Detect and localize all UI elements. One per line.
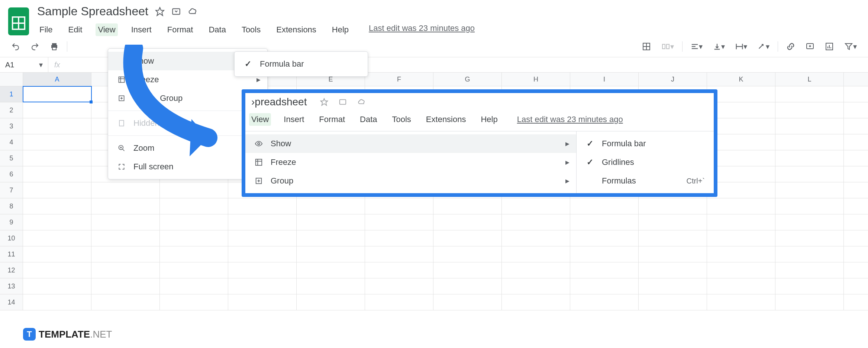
cell[interactable] xyxy=(365,246,433,262)
redo-icon[interactable] xyxy=(27,40,43,53)
cell[interactable] xyxy=(228,230,297,246)
row-header[interactable]: 7 xyxy=(0,182,23,198)
star-icon[interactable] xyxy=(320,98,328,106)
cell[interactable] xyxy=(775,278,844,294)
row-header[interactable]: 10 xyxy=(0,230,23,246)
cell[interactable] xyxy=(297,294,365,310)
cell[interactable] xyxy=(570,262,639,278)
col-header[interactable]: L xyxy=(775,73,844,86)
cell[interactable] xyxy=(228,214,297,230)
cell[interactable] xyxy=(297,278,365,294)
select-all-corner[interactable] xyxy=(0,73,23,86)
cell[interactable] xyxy=(775,150,844,166)
cell[interactable] xyxy=(91,198,160,214)
cell[interactable] xyxy=(23,246,91,262)
inner-show[interactable]: Show ▶ xyxy=(245,134,576,153)
inner-menu-help[interactable]: Help xyxy=(478,113,500,126)
row-header[interactable]: 5 xyxy=(0,150,23,166)
cell[interactable] xyxy=(775,102,844,118)
cell[interactable] xyxy=(297,246,365,262)
cell[interactable] xyxy=(639,278,707,294)
cell[interactable] xyxy=(228,294,297,310)
cell[interactable] xyxy=(23,230,91,246)
row-header[interactable]: 2 xyxy=(0,102,23,118)
cell[interactable] xyxy=(228,278,297,294)
cell[interactable] xyxy=(433,230,502,246)
cell[interactable] xyxy=(707,214,775,230)
halign-icon[interactable]: ▾ xyxy=(687,40,706,53)
doc-title[interactable]: Sample Spreadsheet xyxy=(37,4,148,18)
inner-formulas[interactable]: Formulas Ctrl+` xyxy=(577,172,714,190)
link-icon[interactable] xyxy=(783,40,799,53)
row-header[interactable]: 14 xyxy=(0,294,23,310)
cell[interactable] xyxy=(23,262,91,278)
cell[interactable] xyxy=(707,246,775,262)
menu-view[interactable]: View xyxy=(96,23,117,36)
cell[interactable] xyxy=(433,214,502,230)
cell[interactable] xyxy=(23,278,91,294)
menu-data[interactable]: Data xyxy=(206,23,228,36)
cell[interactable] xyxy=(775,246,844,262)
filter-icon[interactable]: ▾ xyxy=(840,40,861,53)
row-header[interactable]: 13 xyxy=(0,278,23,294)
menu-extensions[interactable]: Extensions xyxy=(274,23,319,36)
cell[interactable] xyxy=(707,198,775,214)
cell[interactable] xyxy=(297,214,365,230)
cell[interactable] xyxy=(639,294,707,310)
row-header[interactable]: 11 xyxy=(0,246,23,262)
cloud-icon[interactable] xyxy=(357,98,366,106)
col-header[interactable]: A xyxy=(23,73,91,86)
formula-bar-fx[interactable]: fx xyxy=(48,58,66,72)
cell[interactable] xyxy=(570,198,639,214)
cell[interactable] xyxy=(297,198,365,214)
col-header[interactable]: K xyxy=(707,73,775,86)
row-header[interactable]: 6 xyxy=(0,166,23,182)
inner-menu-view[interactable]: View xyxy=(249,113,271,126)
cell[interactable] xyxy=(639,262,707,278)
cell[interactable] xyxy=(433,198,502,214)
row-header[interactable]: 8 xyxy=(0,198,23,214)
menu-help[interactable]: Help xyxy=(330,23,351,36)
cell[interactable] xyxy=(23,214,91,230)
inner-formula-bar[interactable]: ✓ Formula bar xyxy=(577,134,714,153)
cell[interactable] xyxy=(23,198,91,214)
cell[interactable] xyxy=(297,262,365,278)
menu-tools[interactable]: Tools xyxy=(239,23,263,36)
cell[interactable] xyxy=(365,214,433,230)
cell[interactable] xyxy=(502,246,570,262)
cell[interactable] xyxy=(91,294,160,310)
cell[interactable] xyxy=(228,246,297,262)
borders-icon[interactable] xyxy=(638,40,655,53)
menu-format[interactable]: Format xyxy=(165,23,196,36)
comment-icon[interactable] xyxy=(802,40,818,53)
menu-insert[interactable]: Insert xyxy=(129,23,154,36)
cell[interactable] xyxy=(91,214,160,230)
row-header[interactable]: 9 xyxy=(0,214,23,230)
col-header[interactable]: G xyxy=(433,73,502,86)
valign-icon[interactable]: ▾ xyxy=(709,40,729,53)
row-header[interactable]: 12 xyxy=(0,262,23,278)
cell[interactable] xyxy=(160,230,228,246)
cell[interactable] xyxy=(160,182,228,198)
inner-freeze[interactable]: Freeze ▶ xyxy=(245,153,576,172)
cell[interactable] xyxy=(160,198,228,214)
cell[interactable] xyxy=(639,230,707,246)
cell[interactable] xyxy=(433,278,502,294)
cell[interactable] xyxy=(570,246,639,262)
show-formula-bar-bg[interactable]: ✓ Formula bar xyxy=(235,55,368,73)
cell[interactable] xyxy=(365,278,433,294)
row-header[interactable]: 3 xyxy=(0,118,23,134)
cell[interactable] xyxy=(502,214,570,230)
undo-icon[interactable] xyxy=(7,40,24,53)
row-header[interactable]: 1 xyxy=(0,86,23,102)
cell[interactable] xyxy=(775,166,844,182)
cell[interactable] xyxy=(570,214,639,230)
cell[interactable] xyxy=(775,118,844,134)
cell[interactable] xyxy=(228,262,297,278)
cell[interactable] xyxy=(502,262,570,278)
cell[interactable] xyxy=(433,262,502,278)
cell[interactable] xyxy=(502,230,570,246)
menu-file[interactable]: File xyxy=(37,23,55,36)
inner-menu-tools[interactable]: Tools xyxy=(390,113,413,126)
cell[interactable] xyxy=(639,246,707,262)
